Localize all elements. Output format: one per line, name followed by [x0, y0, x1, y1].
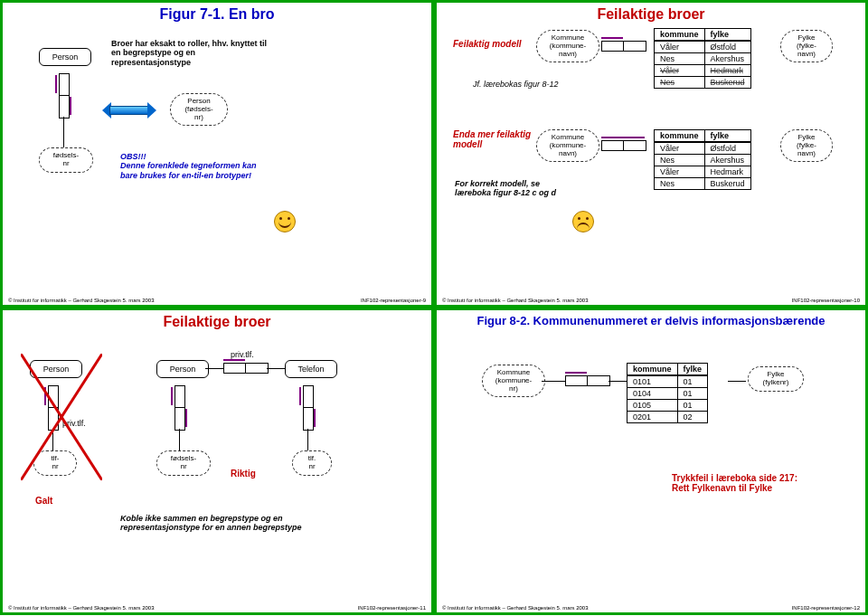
td: 01	[677, 375, 708, 388]
role-box	[59, 95, 70, 118]
td: Nes	[655, 77, 705, 89]
lbl: tlf- nr	[52, 454, 60, 470]
lbl-privtlf-l: priv.tlf.	[62, 419, 86, 428]
footer-left: © Institutt for informatikk – Gerhard Sk…	[8, 605, 155, 611]
td: Nes	[655, 178, 705, 190]
vt-kommune-2: Kommune (kommune- navn)	[536, 129, 599, 162]
footer-right: INF102-representasjoner-9	[361, 298, 426, 303]
footer-left: © Institutt for informatikk – Gerhard Sk…	[442, 605, 589, 611]
caption-enda: Enda mer feilaktig modell	[453, 129, 534, 149]
footer: © Institutt for informatikk – Gerhard Sk…	[442, 298, 860, 303]
td: Hedmark	[704, 166, 750, 178]
td: 02	[677, 412, 708, 423]
role-box	[601, 41, 625, 52]
td: Østfold	[704, 142, 750, 155]
caption-feilaktig: Feilaktig modell	[453, 39, 522, 49]
slide3-title: Feilaktige broer	[3, 314, 431, 330]
vt-label: Kommune (kommune- navn)	[550, 33, 586, 58]
uniqueness-bar	[601, 37, 623, 39]
lbl: fødsels- nr	[171, 454, 196, 470]
slide2-title: Feilaktige broer	[437, 6, 865, 23]
lbl: Person	[43, 365, 70, 374]
td: 01	[677, 388, 708, 400]
uniqueness-bar	[171, 387, 173, 405]
connector	[63, 117, 64, 147]
role-box	[303, 407, 314, 431]
td: Buskerud	[704, 77, 750, 89]
connector	[728, 381, 746, 382]
connector	[52, 429, 53, 450]
td: Buskerud	[704, 178, 750, 190]
valuetype-fodselsnr: fødsels- nr	[39, 147, 93, 173]
table-2: kommunefylke VålerØstfold NesAkershus Vå…	[654, 129, 751, 190]
role-box	[48, 407, 59, 431]
slide4-title: Figur 8-2. Kommunenummeret er delvis inf…	[437, 314, 865, 327]
lbl: Person	[170, 365, 196, 374]
th: kommune	[655, 29, 705, 42]
slide-grid: Figur 7-1. En bro Person Broer har eksak…	[0, 0, 868, 616]
footer-right: INF102-representasjoner-12	[792, 605, 860, 611]
entity-person: Person	[39, 48, 91, 66]
td: Våler	[655, 41, 705, 53]
td: 01	[677, 400, 708, 412]
role-box	[59, 73, 70, 97]
lbl-privtlf-r: priv.tlf.	[231, 350, 254, 359]
uniqueness-bar	[44, 387, 46, 405]
vt-label: Fylke (fylke- navn)	[797, 133, 816, 157]
th: fylke	[704, 29, 750, 42]
vt-fylke-1: Fylke (fylke- navn)	[780, 30, 833, 62]
footer: © Institutt for informatikk – Gerhard Sk…	[8, 605, 426, 611]
footer-right: INF102-representasjoner-11	[358, 605, 426, 611]
td: 0201	[627, 412, 678, 423]
vt-label: Person (fødsels- nr)	[184, 97, 212, 121]
jf-note: Jf. lærebokas figur 8-12	[473, 80, 559, 89]
th: fylke	[677, 364, 708, 376]
role-box	[245, 363, 269, 374]
vt-fodselsnr: fødsels- nr	[156, 450, 211, 476]
vt-tlfnr-l: tlf- nr	[33, 450, 77, 476]
role-box	[623, 140, 646, 151]
vt-label: Kommune (kommune- navn)	[550, 133, 586, 157]
vt-fylke-2: Fylke (fylke- navn)	[780, 129, 833, 162]
role-box	[565, 375, 589, 386]
td: Østfold	[704, 41, 750, 53]
slide1-title: Figur 7-1. En bro	[3, 6, 431, 23]
connector	[179, 429, 180, 450]
role-box	[587, 375, 610, 386]
connector	[609, 381, 627, 382]
td: 0104	[627, 388, 678, 400]
double-arrow-icon	[102, 102, 156, 118]
table-1: kommunefylke VålerØstfold NesAkershus Vå…	[654, 28, 751, 89]
td: 0105	[627, 400, 678, 412]
koble-note: Koble ikke sammen en begrepstype og en r…	[120, 514, 328, 533]
bridge-note: Broer har eksakt to roller, hhv. knyttet…	[111, 39, 274, 67]
connector	[542, 381, 565, 382]
td: Akershus	[704, 155, 750, 166]
th: kommune	[655, 130, 705, 143]
uniqueness-bar	[299, 387, 301, 405]
vt-fylke-nr: Fylke (fylkenr)	[748, 366, 804, 392]
caption-galt: Galt	[35, 496, 52, 506]
lbl: Telefon	[297, 365, 324, 374]
connector	[205, 368, 223, 369]
uniqueness-bar	[314, 409, 316, 427]
role-box	[175, 385, 185, 409]
uniqueness-bar	[185, 409, 187, 427]
entity-person-r: Person	[156, 360, 209, 378]
td: Hedmark	[704, 65, 750, 77]
vt-kommune-1: Kommune (kommune- navn)	[536, 30, 599, 62]
role-box	[623, 41, 646, 52]
uniqueness-bar	[601, 137, 645, 138]
td: Våler	[655, 142, 705, 155]
slide-1: Figur 7-1. En bro Person Broer har eksak…	[0, 0, 434, 308]
connector	[267, 368, 285, 369]
footer: © Institutt for informatikk – Gerhard Sk…	[442, 605, 860, 611]
entity-person-label: Person	[52, 52, 79, 62]
caption-riktig: Riktig	[231, 469, 256, 479]
entity-person-l: Person	[30, 360, 82, 378]
slide-2: Feilaktige broer Feilaktig modell Kommun…	[434, 0, 868, 308]
footer-left: © Institutt for informatikk – Gerhard Sk…	[442, 298, 589, 303]
role-box	[303, 385, 314, 409]
slide-4: Figur 8-2. Kommunenummeret er delvis inf…	[434, 308, 868, 615]
th: kommune	[627, 364, 678, 376]
